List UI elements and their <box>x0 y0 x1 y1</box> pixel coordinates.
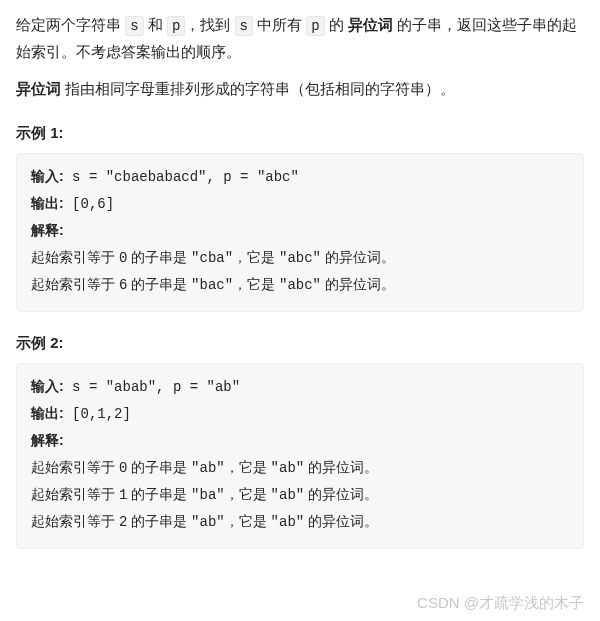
text: 的异位词。 <box>304 513 378 529</box>
text: 的子串是 <box>127 486 191 502</box>
input-label: 输入: <box>31 168 64 184</box>
anagram-term: 异位词 <box>348 16 393 33</box>
example1-explain-label: 解释: <box>31 218 569 245</box>
example2-line-1: 起始索引等于 1 的子串是 "ba"，它是 "ab" 的异位词。 <box>31 482 569 509</box>
text: 和 <box>144 16 167 33</box>
text: 的异位词。 <box>304 459 378 475</box>
example2-input-row: 输入: s = "abab", p = "ab" <box>31 374 569 401</box>
code-s: s <box>125 16 143 36</box>
text: 的异位词。 <box>304 486 378 502</box>
output-label: 输出: <box>31 195 64 211</box>
substring: "ab" <box>191 460 225 476</box>
pattern: "ab" <box>271 514 305 530</box>
pattern: "abc" <box>279 277 321 293</box>
text: ，它是 <box>225 459 271 475</box>
text: 起始索引等于 <box>31 486 119 502</box>
example1-line-1: 起始索引等于 6 的子串是 "bac"，它是 "abc" 的异位词。 <box>31 272 569 299</box>
definition-text: 指由相同字母重排列形成的字符串（包括相同的字符串）。 <box>61 80 455 97</box>
definition-para: 异位词 指由相同字母重排列形成的字符串（包括相同的字符串）。 <box>16 76 584 102</box>
text: ，找到 <box>185 16 234 33</box>
input-value: s = "abab", p = "ab" <box>64 379 240 395</box>
code-s: s <box>235 16 253 36</box>
text: 起始索引等于 <box>31 459 119 475</box>
example1-output-row: 输出: [0,6] <box>31 191 569 218</box>
output-value: [0,6] <box>64 196 114 212</box>
pattern: "ab" <box>271 460 305 476</box>
example1-input-row: 输入: s = "cbaebabacd", p = "abc" <box>31 164 569 191</box>
pattern: "ab" <box>271 487 305 503</box>
output-value: [0,1,2] <box>64 406 131 422</box>
text: 的异位词。 <box>321 276 395 292</box>
explain-label: 解释: <box>31 432 64 448</box>
example2-output-row: 输出: [0,1,2] <box>31 401 569 428</box>
problem-intro: 给定两个字符串 s 和 p，找到 s 中所有 p 的 异位词 的子串，返回这些子… <box>16 12 584 64</box>
pattern: "abc" <box>279 250 321 266</box>
text: ，它是 <box>233 249 279 265</box>
input-label: 输入: <box>31 378 64 394</box>
text: 的 <box>325 16 348 33</box>
example2-line-0: 起始索引等于 0 的子串是 "ab"，它是 "ab" 的异位词。 <box>31 455 569 482</box>
example1-title: 示例 1: <box>16 120 584 146</box>
text: 起始索引等于 <box>31 276 119 292</box>
example2-title: 示例 2: <box>16 330 584 356</box>
text: 的子串是 <box>127 459 191 475</box>
example1-box: 输入: s = "cbaebabacd", p = "abc" 输出: [0,6… <box>16 153 584 311</box>
substring: "ab" <box>191 514 225 530</box>
text: 给定两个字符串 <box>16 16 125 33</box>
text: ，它是 <box>225 486 271 502</box>
code-p: p <box>306 16 324 36</box>
text: 起始索引等于 <box>31 513 119 529</box>
explain-label: 解释: <box>31 222 64 238</box>
example2-box: 输入: s = "abab", p = "ab" 输出: [0,1,2] 解释:… <box>16 363 584 548</box>
example2-line-2: 起始索引等于 2 的子串是 "ab"，它是 "ab" 的异位词。 <box>31 509 569 536</box>
example2-explain-label: 解释: <box>31 428 569 455</box>
code-p: p <box>167 16 185 36</box>
substring: "cba" <box>191 250 233 266</box>
substring: "bac" <box>191 277 233 293</box>
text: ，它是 <box>233 276 279 292</box>
text: 起始索引等于 <box>31 249 119 265</box>
text: 的异位词。 <box>321 249 395 265</box>
input-value: s = "cbaebabacd", p = "abc" <box>64 169 299 185</box>
text: 的子串是 <box>127 513 191 529</box>
definition-term: 异位词 <box>16 80 61 97</box>
text: 的子串是 <box>127 276 191 292</box>
text: 的子串是 <box>127 249 191 265</box>
substring: "ba" <box>191 487 225 503</box>
output-label: 输出: <box>31 405 64 421</box>
text: ，它是 <box>225 513 271 529</box>
text: 中所有 <box>253 16 306 33</box>
example1-line-0: 起始索引等于 0 的子串是 "cba"，它是 "abc" 的异位词。 <box>31 245 569 272</box>
